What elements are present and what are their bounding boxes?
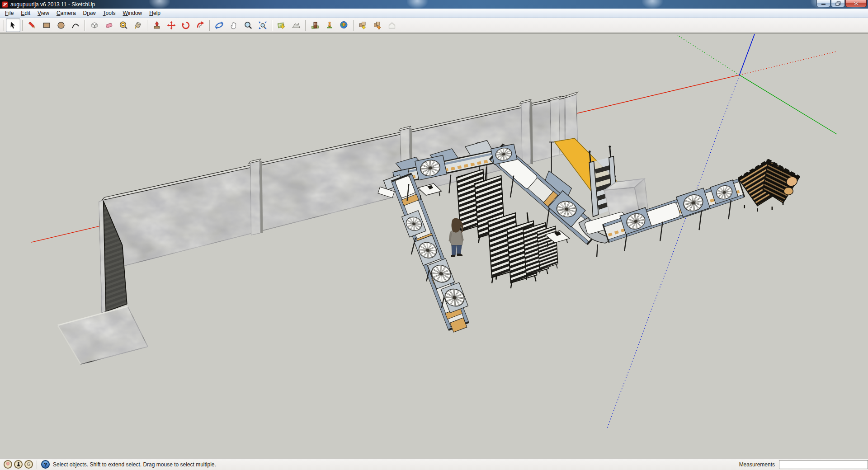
geo-balloon-glyph [6,462,10,467]
google-earth-globe-icon [340,21,349,30]
zoom-magnifier-icon [244,21,253,30]
rectangle-icon [42,21,51,30]
menu-camera[interactable]: Camera [53,9,80,17]
pencil-icon [28,21,37,30]
photo-textures-icon [311,21,320,30]
share-component-button[interactable] [385,19,399,32]
eraser-tool-button[interactable] [102,19,116,32]
component-box-icon [90,21,99,30]
toggle-terrain-button[interactable] [289,19,303,32]
main-toolbar [0,18,868,33]
title-bar[interactable]: augupuurija v6 2013 11 - SketchUp [0,0,868,9]
geolocation-icon[interactable] [4,460,12,469]
line-tool-button[interactable] [25,19,39,32]
position-camera-button[interactable] [322,19,337,32]
wall-pilaster[interactable] [249,159,263,235]
statusbar-divider [37,461,37,469]
rotate-tool-button[interactable] [179,19,193,32]
google-earth-button[interactable] [337,19,351,32]
make-component-button[interactable] [87,19,102,32]
minimize-icon [821,1,826,5]
toolbar-grip[interactable] [2,20,4,31]
sketchup-logo-icon [2,1,8,8]
orbit-icon [215,21,224,30]
eraser-icon [104,21,113,30]
offset-tool-button[interactable] [193,19,208,32]
zoom-extents-icon [258,21,267,30]
add-location-icon [277,21,286,30]
get-models-button[interactable] [356,19,370,32]
status-hint-text: Select objects. Shift to extend select. … [53,461,216,468]
titlebar-sheen [407,0,428,9]
get-models-icon [359,21,368,30]
paint-bucket-button[interactable] [131,19,145,32]
push-pull-button[interactable] [150,19,164,32]
tape-measure-button[interactable] [116,19,131,32]
menu-help[interactable]: Help [146,9,164,17]
sketchup-window: augupuurija v6 2013 11 - SketchUp File E… [0,0,868,470]
tape-measure-icon [119,21,128,30]
circle-icon [57,21,66,30]
move-arrows-icon [167,21,176,30]
position-camera-icon [325,21,334,30]
rotate-icon [181,21,190,30]
claim-credit-icon[interactable] [14,460,23,469]
photo-textures-button[interactable] [308,19,322,32]
google-signin-icon[interactable]: G [24,460,33,469]
person-glyph [17,462,20,467]
rectangle-tool-button[interactable] [39,19,54,32]
close-button[interactable] [845,0,867,7]
pan-tool-button[interactable] [226,19,241,32]
menu-tools[interactable]: Tools [99,9,119,17]
menu-window[interactable]: Window [119,9,146,17]
measurements-input[interactable] [779,460,868,469]
circle-tool-button[interactable] [54,19,68,32]
window-title: augupuurija v6 2013 11 - SketchUp [10,1,95,8]
close-icon [854,1,859,6]
menu-draw[interactable]: Draw [80,9,99,17]
measurements-label: Measurements [739,461,775,468]
share-model-button[interactable] [370,19,385,32]
titlebar-sheen [149,0,170,9]
help-icon[interactable]: ? [41,460,50,469]
menu-file[interactable]: File [1,9,17,17]
orbit-tool-button[interactable] [212,19,226,32]
arc-icon [71,21,80,30]
menu-view[interactable]: View [34,9,53,17]
model-canvas[interactable] [0,33,868,458]
select-tool-button[interactable] [6,19,20,32]
select-cursor-icon [9,21,18,30]
zoom-tool-button[interactable] [241,19,255,32]
restore-down-icon [835,1,841,6]
add-location-button[interactable] [274,19,289,32]
arc-tool-button[interactable] [68,19,83,32]
menu-bar: File Edit View Camera Draw Tools Window … [0,9,868,18]
share-component-house-icon [387,21,396,30]
3d-viewport[interactable] [0,33,868,458]
share-model-icon [373,21,382,30]
minimize-button[interactable] [816,0,830,7]
zoom-extents-button[interactable] [255,19,270,32]
status-bar: G ? Select objects. Shift to extend sele… [0,458,868,470]
terrain-icon [292,21,301,30]
pan-hand-icon [229,21,238,30]
restore-button[interactable] [831,0,845,7]
offset-icon [196,21,205,30]
push-pull-icon [152,21,161,30]
menu-edit[interactable]: Edit [17,9,34,17]
titlebar-sheen [642,0,663,9]
paint-bucket-icon [133,21,142,30]
move-tool-button[interactable] [164,19,179,32]
